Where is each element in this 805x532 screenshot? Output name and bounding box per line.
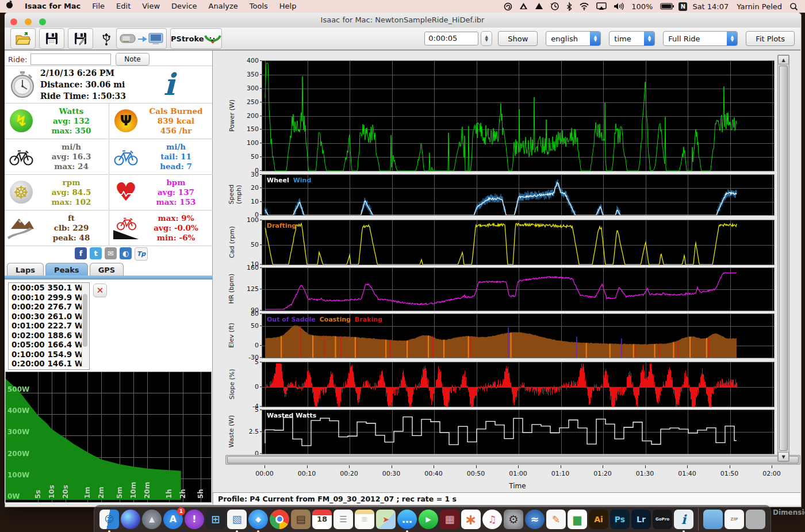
dropdown-arrows-icon: ▲▼: [727, 32, 737, 45]
waste-plot-canvas[interactable]: [262, 409, 775, 454]
peaks-scrollbar[interactable]: [82, 284, 89, 368]
tab-gps[interactable]: GPS: [90, 263, 124, 276]
twitter-share-icon[interactable]: t: [90, 247, 102, 259]
horizontal-scrollbar[interactable]: [225, 455, 800, 465]
airplay-display-icon[interactable]: [594, 2, 609, 10]
menu-user-name[interactable]: Yarnin Peled: [734, 2, 785, 11]
google-drive-icon[interactable]: [517, 2, 530, 10]
calendar-dock-icon[interactable]: 18: [312, 510, 332, 529]
charts-app-dock-icon[interactable]: ▆: [568, 510, 587, 529]
range-dropdown[interactable]: Full Ride ▲▼: [663, 31, 738, 46]
preview-dock-icon[interactable]: ▧: [227, 510, 247, 529]
messages-dock-icon[interactable]: …: [397, 510, 417, 529]
reminders-dock-icon[interactable]: ☰: [334, 510, 353, 529]
tab-laps[interactable]: Laps: [7, 263, 44, 276]
trash-dock-icon[interactable]: [746, 510, 765, 529]
peak-row[interactable]: 0:10:00 154.9 W: [9, 350, 89, 359]
download-from-device-button[interactable]: [116, 28, 167, 49]
vertical-scrollbar[interactable]: ▲ ▼: [777, 55, 789, 462]
tab-peaks[interactable]: Peaks: [45, 263, 88, 276]
safari-dock-icon[interactable]: ◆: [248, 510, 268, 529]
time-machine-icon[interactable]: [548, 2, 562, 11]
triangle-app-icon[interactable]: [532, 2, 546, 10]
spotlight-search-icon[interactable]: [787, 2, 800, 11]
note-button[interactable]: Note: [116, 53, 149, 66]
photos-dock-icon[interactable]: ∗: [461, 510, 481, 529]
time-tick: 01:00: [505, 470, 531, 477]
finder-dock-icon[interactable]: ☺: [99, 510, 119, 529]
peaks-list[interactable]: 0:00:05 350.1 W0:00:10 299.9 W0:00:20 27…: [8, 282, 90, 370]
scroll-down-arrow[interactable]: ▼: [778, 452, 789, 461]
facebook-share-icon[interactable]: f: [75, 247, 87, 259]
speed-plot-canvas[interactable]: [262, 174, 775, 216]
illustrator-dock-icon[interactable]: Ai: [589, 510, 608, 529]
app-store-dock-icon[interactable]: A1: [163, 510, 183, 529]
gopro-studio-dock-icon[interactable]: GoPro: [653, 510, 672, 529]
apple-menu-icon[interactable]: [0, 0, 19, 13]
fit-plots-button[interactable]: Fit Plots: [746, 31, 795, 46]
pstroke-button[interactable]: PStroke: [170, 28, 222, 49]
maps-dock-icon[interactable]: ➤: [376, 510, 396, 529]
zip-document-dock-icon[interactable]: ZIP: [724, 510, 744, 529]
keyboard-layout-badge[interactable]: N: [678, 2, 687, 11]
xaxis-dropdown[interactable]: time ▲▼: [609, 31, 655, 46]
launchpad-dock-icon[interactable]: ▲: [142, 510, 162, 529]
menu-item-view[interactable]: View: [136, 0, 166, 13]
bluetooth-icon[interactable]: [564, 2, 574, 11]
save-as-button[interactable]: [68, 28, 93, 49]
purple-exclamation-app-dock-icon[interactable]: !: [185, 510, 204, 529]
chrome-dock-icon[interactable]: [270, 510, 289, 529]
menu-item-help[interactable]: Help: [274, 0, 302, 13]
peak-power-curve-chart[interactable]: [5, 372, 212, 503]
heart-rate-plot-canvas[interactable]: [262, 267, 775, 311]
wifi-icon[interactable]: [577, 2, 592, 10]
delete-peak-button[interactable]: ✕: [93, 284, 107, 297]
time-stepper[interactable]: ▲▼: [481, 31, 492, 46]
lightroom-dock-icon[interactable]: Lr: [631, 510, 651, 529]
cursor-time-field[interactable]: 0:00:05: [424, 32, 478, 45]
show-button[interactable]: Show: [498, 31, 538, 46]
ride-name-input[interactable]: [30, 53, 111, 65]
menu-item-edit[interactable]: Edit: [110, 0, 136, 13]
power-plot-canvas[interactable]: [262, 60, 775, 171]
peak-row[interactable]: 0:02:00 188.6 W: [9, 331, 89, 340]
usb-device-icon[interactable]: [97, 31, 116, 46]
notes-dock-icon[interactable]: ≡: [355, 510, 374, 529]
units-dropdown[interactable]: english ▲▼: [546, 31, 601, 46]
openoffice-dock-icon[interactable]: ≈: [525, 510, 545, 529]
photo-booth-dock-icon[interactable]: ▦: [440, 510, 459, 529]
peak-row[interactable]: 0:00:10 299.9 W: [9, 293, 89, 303]
save-button[interactable]: [39, 28, 64, 49]
menu-item-analyze[interactable]: Analyze: [203, 0, 244, 13]
creative-cloud-icon[interactable]: [501, 2, 515, 11]
contacts-dock-icon[interactable]: ▤: [291, 510, 310, 529]
email-share-icon[interactable]: ✉: [105, 247, 117, 259]
folder-dock-icon[interactable]: [703, 510, 723, 529]
slope-plot-canvas[interactable]: [262, 362, 775, 407]
peak-row[interactable]: 0:00:30 261.0 W: [9, 312, 89, 322]
peak-row[interactable]: 0:00:20 276.7 W: [9, 302, 89, 312]
itunes-dock-icon[interactable]: ♫: [482, 510, 502, 529]
peak-row[interactable]: 0:00:05 350.1 W: [9, 283, 89, 293]
trainingpeaks-share-icon[interactable]: Tp: [135, 247, 148, 261]
elevation-plot-canvas[interactable]: [262, 313, 775, 358]
menu-app-name[interactable]: Isaac for Mac: [19, 0, 86, 13]
writer-doc-dock-icon[interactable]: ✎: [546, 510, 566, 529]
open-file-button[interactable]: [10, 28, 36, 49]
siri-dock-icon[interactable]: [121, 510, 140, 529]
volume-icon[interactable]: [611, 2, 626, 10]
photoshop-dock-icon[interactable]: Ps: [610, 510, 630, 529]
scroll-up-arrow[interactable]: ▲: [778, 55, 789, 64]
system-preferences-dock-icon[interactable]: ⚙: [504, 510, 523, 529]
isaac-dock-icon[interactable]: i: [674, 510, 693, 529]
cadence-plot-canvas[interactable]: [262, 220, 775, 265]
mission-control-dock-icon[interactable]: ⊞: [206, 510, 225, 529]
menu-item-device[interactable]: Device: [166, 0, 202, 13]
facetime-dock-icon[interactable]: ▶: [419, 510, 438, 529]
peak-row[interactable]: 0:01:00 222.7 W: [9, 321, 89, 331]
google-earth-share-icon[interactable]: ◐: [120, 247, 132, 259]
peak-row[interactable]: 0:05:00 166.4 W: [9, 340, 89, 350]
menu-item-file[interactable]: File: [86, 0, 110, 13]
menu-item-tools[interactable]: Tools: [244, 0, 274, 13]
peak-row[interactable]: 0:20:00 146.1 W: [9, 359, 89, 369]
